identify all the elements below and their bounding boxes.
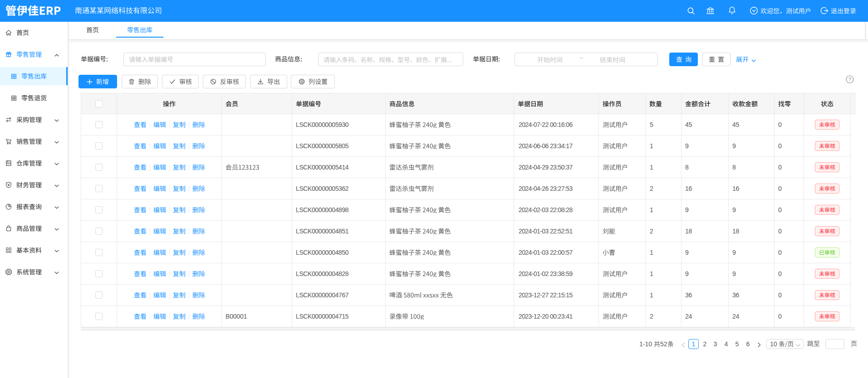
svg-text:?: ? [848, 77, 851, 82]
